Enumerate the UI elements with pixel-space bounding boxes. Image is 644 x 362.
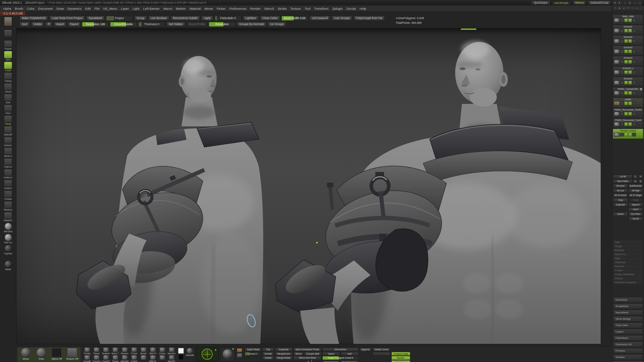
tray-action-button[interactable]: Copy: [613, 198, 628, 202]
list-all-button[interactable]: List All: [613, 175, 632, 179]
subtool-item[interactable]: Extract0 ⚙: [613, 35, 643, 45]
frame-mesh-button[interactable]: [373, 352, 390, 356]
brush-slot[interactable]: IMM Pr: [148, 347, 157, 355]
toggle-icon[interactable]: [628, 133, 632, 136]
paintbrush-toggle-icon[interactable]: [620, 70, 624, 74]
palette-section-header[interactable]: Thick Skin: [613, 322, 643, 328]
left-tool[interactable]: Sym: [0, 51, 16, 61]
brush-slot[interactable]: MeshEx: [167, 347, 176, 355]
menu-item[interactable]: Light: [131, 6, 141, 11]
menu-item[interactable]: Marker: [174, 6, 187, 11]
tray-action-button[interactable]: Append: [629, 203, 643, 207]
left-tool[interactable]: Solo: [0, 94, 16, 104]
palette-section-header[interactable]: NanoMesh: [613, 310, 643, 315]
left-tool[interactable]: KnifeCu: [0, 169, 16, 179]
brush-slot[interactable]: [158, 355, 167, 362]
brush-slot[interactable]: XTract: [129, 347, 139, 355]
menu-item[interactable]: Material: [188, 6, 203, 11]
left-tool[interactable]: Transp: [0, 72, 16, 82]
brush-slot[interactable]: Move T: [111, 347, 120, 355]
shelf-button[interactable]: UnCreaseAll: [310, 16, 330, 21]
brush-slot[interactable]: Chisel: [158, 347, 167, 355]
brush-slot[interactable]: IMM Pr: [148, 355, 157, 362]
toggle-icon[interactable]: [632, 112, 636, 116]
menu-item[interactable]: Stencil: [263, 6, 276, 11]
toggle-icon[interactable]: [628, 81, 632, 84]
subtool-item[interactable]: Merged_strap3 ⚙: [613, 129, 643, 139]
tray-icon[interactable]: ▼: [626, 6, 630, 10]
subtool-item[interactable]: Extract2 ⚙: [613, 56, 643, 66]
menu-item[interactable]: Zscript: [345, 6, 358, 11]
toggle-icon[interactable]: [632, 122, 636, 126]
shelf-button[interactable]: R: [45, 22, 52, 27]
palette-section-header[interactable]: Slime Bridge: [613, 316, 643, 322]
subtool-item[interactable]: base_male ⚙: [613, 14, 643, 24]
toggle-icon[interactable]: [632, 70, 636, 74]
see-through-slider[interactable]: see-through: [552, 1, 571, 5]
visibility-eye-icon[interactable]: [624, 18, 628, 22]
tray-action-button[interactable]: Del Other: [629, 212, 643, 216]
menu-item[interactable]: Draw: [55, 6, 65, 11]
menu-item[interactable]: Left Banner: [142, 6, 161, 11]
append-button[interactable]: Append: [360, 348, 372, 352]
split-unmasked-button[interactable]: Split Unmasked Points: [293, 348, 321, 352]
shelf-button[interactable]: Bevel Width 0.05: [281, 16, 308, 21]
shelf-scroll-arrows[interactable]: ▲ ▼: [307, 360, 313, 362]
paintbrush-toggle-icon[interactable]: [620, 133, 624, 136]
visibility-eye-icon[interactable]: [624, 102, 628, 105]
left-tool[interactable]: Persp: [0, 115, 16, 125]
toggle-icon[interactable]: [632, 50, 636, 53]
subtool-item[interactable]: Extract0 ⚙: [613, 46, 643, 56]
titlebar-icon[interactable]: ◀: [612, 1, 617, 5]
shelf-button[interactable]: Project: [106, 16, 133, 21]
left-tool[interactable]: Crease: [0, 190, 16, 200]
selector-thumbnail[interactable]: Dots: [34, 348, 48, 361]
shelf-button[interactable]: Export: [68, 22, 81, 27]
paintbrush-toggle-icon[interactable]: [620, 39, 624, 43]
folder-options-icon[interactable]: ■: [638, 179, 643, 183]
visibility-eye-icon[interactable]: [624, 29, 628, 33]
left-tool[interactable]: ClipCur: [0, 158, 16, 168]
paintbrush-toggle-icon[interactable]: [620, 102, 624, 105]
visibility-eye-icon[interactable]: [624, 39, 628, 43]
menu-item[interactable]: Tool: [303, 6, 312, 11]
palette-section-header[interactable]: Preview: [613, 348, 643, 354]
tray-icon[interactable]: ▲: [622, 6, 626, 10]
tray-action-button[interactable]: Delete: [613, 212, 628, 216]
brush-slot[interactable]: CurveB: [83, 355, 92, 362]
palette-section-header[interactable]: Layers: [613, 329, 643, 335]
left-tool[interactable]: SelectR: [0, 126, 16, 136]
paintbrush-toggle-icon[interactable]: [620, 81, 624, 84]
brush-slot[interactable]: MatchM: [120, 355, 129, 362]
left-tool[interactable]: Ghost: [0, 83, 16, 93]
tray-icon[interactable]: ■: [618, 6, 622, 10]
menus-toggle[interactable]: Menus: [573, 0, 587, 5]
alpha-selector[interactable]: [221, 347, 235, 361]
mergevisible-button[interactable]: MergeVisible: [275, 356, 292, 360]
scroll-down-icon[interactable]: ▼: [638, 175, 643, 179]
subtool-item[interactable]: PM3D_Recovered_Tool4 ⚙: [613, 118, 643, 128]
border-toggle[interactable]: Border: [391, 356, 410, 360]
left-tool[interactable]: [0, 17, 16, 29]
menu-item[interactable]: Layer: [119, 6, 130, 11]
visibility-eye-icon[interactable]: [624, 60, 628, 64]
toggle-icon[interactable]: [628, 91, 632, 95]
shelf-button[interactable]: Import: [54, 22, 66, 27]
left-tool[interactable]: MaskLa: [0, 201, 16, 211]
brush-slot[interactable]: ClothH: [129, 355, 139, 362]
tray-icon[interactable]: □: [631, 6, 635, 10]
left-tool[interactable]: SliceCu: [0, 147, 16, 158]
tray-icon[interactable]: ≡: [613, 6, 617, 10]
palette-section-header[interactable]: ArrayMesh: [613, 303, 643, 309]
tray-action-button[interactable]: All Low: [613, 189, 628, 193]
palette-section-header[interactable]: Surface: [613, 354, 643, 360]
paintbrush-toggle-icon[interactable]: [620, 29, 624, 33]
smooth-brush[interactable]: Smooth: [186, 347, 194, 356]
scroll-up-icon[interactable]: ▲: [307, 360, 309, 362]
polygroups-toggle[interactable]: Polygroups: [391, 360, 410, 362]
toggle-icon[interactable]: [628, 112, 632, 116]
brush-slot[interactable]: Morph: [139, 347, 148, 355]
depth-mask-button[interactable]: Depth Mask: [245, 348, 261, 352]
menu-item[interactable]: Preferences: [227, 6, 248, 11]
toggle-icon[interactable]: [632, 18, 636, 22]
